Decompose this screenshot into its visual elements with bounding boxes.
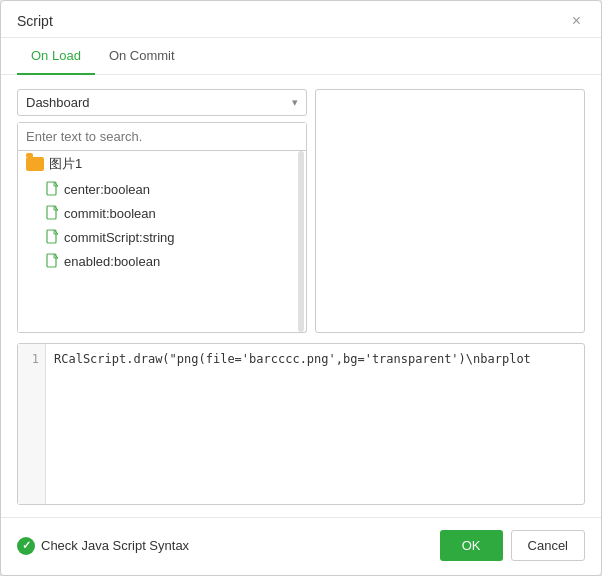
- dialog-title: Script: [17, 13, 53, 29]
- dashboard-dropdown[interactable]: Dashboard ▾: [17, 89, 307, 116]
- file-icon: [46, 205, 59, 221]
- tab-on-commit[interactable]: On Commit: [95, 38, 189, 75]
- tree-folder[interactable]: 图片1: [18, 151, 296, 177]
- item-label: commitScript:string: [64, 230, 175, 245]
- check-syntax[interactable]: Check Java Script Syntax: [17, 537, 189, 555]
- svg-rect-1: [47, 206, 56, 219]
- footer-buttons: OK Cancel: [440, 530, 585, 561]
- scrollbar[interactable]: [298, 151, 304, 332]
- dialog-titlebar: Script ×: [1, 1, 601, 38]
- dropdown-value: Dashboard: [26, 95, 90, 110]
- file-icon: [46, 253, 59, 269]
- tree-item[interactable]: center:boolean: [18, 177, 296, 201]
- folder-label: 图片1: [49, 155, 82, 173]
- code-editor[interactable]: 1 RCalScript.draw("png(file='barcccc.png…: [18, 344, 584, 504]
- item-label: enabled:boolean: [64, 254, 160, 269]
- right-panel: [315, 89, 585, 333]
- content-area: Dashboard ▾ 图片1: [17, 89, 585, 333]
- code-content[interactable]: RCalScript.draw("png(file='barcccc.png',…: [46, 344, 584, 504]
- line-numbers: 1: [18, 344, 46, 504]
- line-number-1: 1: [32, 352, 39, 366]
- dialog-body: Dashboard ▾ 图片1: [1, 75, 601, 505]
- ok-button[interactable]: OK: [440, 530, 503, 561]
- svg-rect-2: [47, 230, 56, 243]
- svg-rect-3: [47, 254, 56, 267]
- folder-icon: [26, 157, 44, 171]
- search-input-wrap: [17, 122, 307, 151]
- search-tree-block: 图片1: [17, 122, 307, 333]
- tree-border-wrap: 图片1: [17, 151, 307, 333]
- check-syntax-icon: [17, 537, 35, 555]
- code-area: 1 RCalScript.draw("png(file='barcccc.png…: [17, 343, 585, 505]
- cancel-button[interactable]: Cancel: [511, 530, 585, 561]
- tree-scroll: 图片1: [18, 151, 296, 332]
- svg-rect-0: [47, 182, 56, 195]
- tree-item[interactable]: enabled:boolean: [18, 249, 296, 273]
- search-input[interactable]: [18, 123, 306, 150]
- check-syntax-label: Check Java Script Syntax: [41, 538, 189, 553]
- file-icon: [46, 181, 59, 197]
- script-dialog: Script × On Load On Commit Dashboard ▾: [0, 0, 602, 576]
- file-icon: [46, 229, 59, 245]
- dialog-footer: Check Java Script Syntax OK Cancel: [1, 517, 601, 575]
- item-label: center:boolean: [64, 182, 150, 197]
- close-button[interactable]: ×: [568, 11, 585, 31]
- tab-bar: On Load On Commit: [1, 38, 601, 75]
- tree-item[interactable]: commitScript:string: [18, 225, 296, 249]
- tab-on-load[interactable]: On Load: [17, 38, 95, 75]
- item-label: commit:boolean: [64, 206, 156, 221]
- left-panel: Dashboard ▾ 图片1: [17, 89, 307, 333]
- tree-item[interactable]: commit:boolean: [18, 201, 296, 225]
- dropdown-arrow-icon: ▾: [292, 96, 298, 109]
